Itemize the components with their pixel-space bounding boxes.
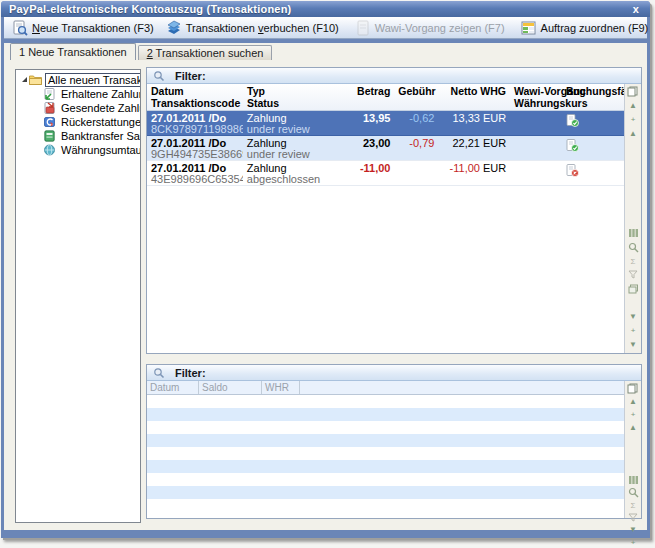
table-row[interactable]: 27.01.2011 /Do43E989696C6535442 Zahlunga… [147, 161, 624, 186]
close-button[interactable]: x [630, 3, 642, 15]
tree-item-rueckerstattungen[interactable]: Rückerstattungen [16, 115, 140, 128]
scroll-up-icon[interactable]: ▲ [627, 422, 640, 433]
column-header-gebuehr: Gebühr [394, 84, 438, 110]
column-header-saldo: Saldo [199, 381, 262, 394]
table-row[interactable]: 27.01.2011 /Do9GH494735E3866936 Zahlungu… [147, 136, 624, 161]
assign-order-icon [521, 20, 537, 36]
duplicate-icon[interactable] [627, 284, 640, 296]
toolbar: Neue Transaktionen (F3) Transaktionen ve… [4, 17, 647, 39]
grid-side-toolbar: ▲ + ▲ Σ ▼ + ▼ [624, 84, 641, 353]
filter-label: Filter: [175, 367, 206, 379]
filter-search-icon [153, 367, 165, 379]
tab-page: Alle neuen Transaktionen Erhaltene Zahlu… [4, 60, 647, 530]
column-header-typ: TypStatus [243, 84, 335, 110]
filter-label: Filter: [175, 70, 206, 82]
tree-item-label: Erhaltene Zahlungen [59, 88, 141, 100]
export-icon[interactable] [627, 86, 640, 98]
refunds-icon [43, 116, 56, 128]
tree-item-alle-neuen-transaktionen[interactable]: Alle neuen Transaktionen [16, 73, 140, 86]
bookable-check-icon [566, 114, 579, 127]
tab-neue-transaktionen[interactable]: 1 Neue Transaktionen [10, 43, 136, 60]
export-icon[interactable] [627, 383, 640, 394]
columns-icon[interactable] [627, 228, 640, 240]
show-wawi-icon [355, 20, 371, 36]
search-icon[interactable] [627, 242, 640, 254]
column-header-datum: DatumTransaktionscode [147, 84, 243, 110]
tree-item-gesendete-zahlungen[interactable]: Gesendete Zahlungen [16, 101, 140, 114]
new-transactions-button[interactable]: Neue Transaktionen (F3) [6, 18, 160, 38]
sent-payments-icon [43, 102, 56, 114]
empty-row [147, 486, 624, 499]
app-window: PayPal-elektronischer Kontoauszug (Trans… [1, 1, 650, 538]
category-tree: Alle neuen Transaktionen Erhaltene Zahlu… [15, 69, 141, 523]
column-header-datum: Datum [147, 381, 199, 394]
transactions-grid: DatumTransaktionscode TypStatus Betrag G… [147, 84, 624, 353]
tree-item-banktransfer-saldo[interactable]: Banktransfer Saldo [16, 129, 140, 142]
scroll-down-icon[interactable]: ▼ [627, 524, 640, 535]
empty-row [147, 447, 624, 460]
sum-icon[interactable]: Σ [627, 500, 640, 511]
filter-icon[interactable] [627, 270, 640, 282]
scroll-up-icon[interactable]: ▲ [627, 128, 640, 140]
tab-strip: 1 Neue Transaktionen 2 Transaktionen suc… [4, 43, 647, 60]
currency-exchange-icon [43, 144, 56, 156]
add-row-icon[interactable]: + [627, 114, 640, 126]
empty-row [147, 395, 624, 408]
grid-header-row[interactable]: DatumTransaktionscode TypStatus Betrag G… [147, 84, 624, 111]
empty-row [147, 499, 624, 512]
bank-transfer-icon [43, 130, 56, 142]
column-header-buchungsfaehig: Buchungsfähig [562, 84, 624, 110]
column-header-netto-whg: Netto WHG [438, 84, 510, 110]
tree-item-label: Währungsumtausch [59, 144, 141, 156]
title-bar[interactable]: PayPal-elektronischer Kontoauszug (Trans… [1, 1, 650, 17]
empty-row [147, 421, 624, 434]
tree-item-label: Gesendete Zahlungen [59, 102, 141, 114]
tree-expander-icon[interactable] [22, 77, 27, 82]
tree-item-label: Banktransfer Saldo [59, 130, 141, 142]
sum-icon[interactable]: Σ [627, 256, 640, 268]
scroll-down-icon[interactable]: ▼ [627, 311, 640, 323]
scroll-last-icon[interactable]: ▼ [627, 339, 640, 351]
new-transactions-icon [12, 20, 28, 36]
tab-transaktionen-suchen[interactable]: 2 Transaktionen suchen [138, 45, 273, 60]
post-transactions-button[interactable]: Transaktionen verbuchen (F10) [160, 18, 345, 38]
transactions-filter-bar[interactable]: Filter: [147, 68, 641, 84]
column-header-wawi-vorgang: Wawi-VorgangWährungskurs [510, 84, 562, 110]
post-transactions-icon [166, 20, 182, 36]
saldo-grid: Datum Saldo WHR [147, 381, 624, 518]
columns-icon[interactable] [627, 475, 640, 485]
saldo-grid-panel: Filter: Datum Saldo WHR [146, 364, 642, 519]
tree-item-erhaltene-zahlungen[interactable]: Erhaltene Zahlungen [16, 87, 140, 100]
column-header-betrag: Betrag [335, 84, 395, 110]
insert-icon[interactable]: + [627, 325, 640, 337]
empty-row [147, 434, 624, 447]
add-row-icon[interactable]: + [627, 409, 640, 420]
tree-item-waehrungsumtausch[interactable]: Währungsumtausch [16, 143, 140, 156]
tree-item-label: Alle neuen Transaktionen [45, 73, 141, 87]
column-header-whr: WHR [262, 381, 300, 394]
empty-row [147, 460, 624, 473]
insert-icon[interactable]: + [627, 537, 640, 548]
received-payments-icon [43, 88, 56, 100]
saldo-filter-bar[interactable]: Filter: [147, 365, 641, 381]
not-bookable-icon [566, 164, 579, 177]
tree-item-label: Rückerstattungen [59, 116, 141, 128]
empty-row [147, 408, 624, 421]
transactions-grid-panel: Filter: DatumTransaktionscode TypStatus … [146, 67, 642, 354]
table-row[interactable]: 27.01.2011 /Do8CK9789711989861D Zahlungu… [147, 111, 624, 136]
folder-icon [29, 74, 42, 86]
bookable-check-icon [566, 139, 579, 152]
content-area: 1 Neue Transaktionen 2 Transaktionen suc… [4, 43, 647, 530]
assign-order-button[interactable]: Auftrag zuordnen (F9) [515, 18, 655, 38]
scroll-first-icon[interactable]: ▲ [627, 100, 640, 112]
empty-row [147, 473, 624, 486]
search-icon[interactable] [627, 487, 640, 498]
show-wawi-button[interactable]: Wawi-Vorgang zeigen (F7) [349, 18, 511, 38]
filter-search-icon [153, 70, 165, 82]
scroll-first-icon[interactable]: ▲ [627, 396, 640, 407]
grid-side-toolbar: ▲ + ▲ Σ ▼ + ▼ [624, 381, 641, 518]
window-title: PayPal-elektronischer Kontoauszug (Trans… [9, 3, 630, 15]
grid-header-row[interactable]: Datum Saldo WHR [147, 381, 624, 395]
filter-icon[interactable] [627, 513, 640, 522]
